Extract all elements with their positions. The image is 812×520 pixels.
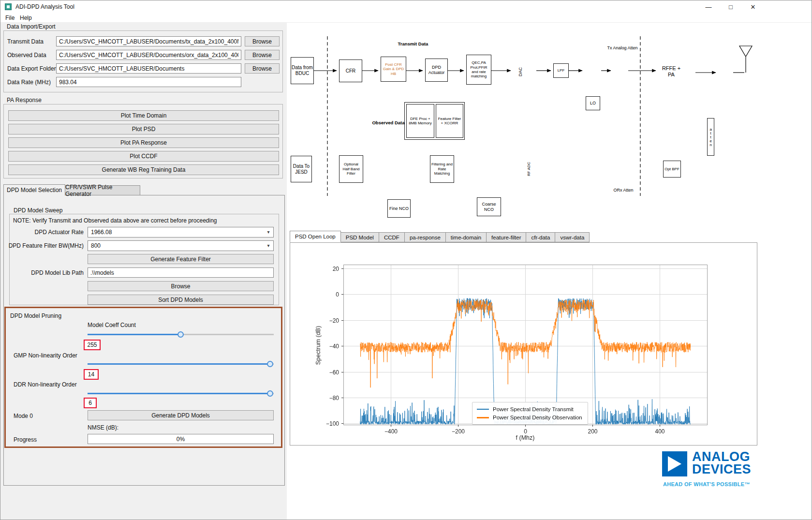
tab-time-domain[interactable]: time-domain (445, 232, 487, 242)
close-button[interactable]: ✕ (742, 0, 764, 14)
slider-fill (88, 393, 270, 394)
model-sweep-note: NOTE: Verify Transmit and Observed data … (13, 217, 217, 224)
node-opt-bpf: Opt BPF (663, 161, 681, 178)
observed-browse-button[interactable]: Browse (245, 50, 280, 60)
group-label-pa-response: PA Response (5, 97, 43, 104)
slider-thumb[interactable] (267, 361, 273, 367)
lib-path-label: DPD Model Lib Path (7, 269, 84, 276)
feature-bw-label: DPD Feature Filter BW(MHz) (7, 242, 84, 249)
transmit-data-flow-label: Transmit Data (394, 41, 432, 46)
feature-bw-value: 800 (91, 242, 101, 249)
chevron-down-icon[interactable]: ▾ (265, 228, 272, 236)
dpd-block-diagram: DAC RF ADC Data from BDUC CFR Post CFR G… (288, 23, 812, 231)
generate-dpd-models-button[interactable]: Generate DPD Models (88, 410, 274, 420)
tab-psd-model[interactable]: PSD Model (340, 232, 379, 242)
sort-dpd-models-button[interactable]: Sort DPD Models (88, 295, 274, 305)
tab-ccdf[interactable]: CCDF (379, 232, 405, 242)
group-label-import-export: Data Import/Export (5, 23, 57, 30)
menu-file[interactable]: File (3, 14, 16, 22)
antenna-icon (739, 46, 752, 57)
generate-feature-filter-button[interactable]: Generate Feature Filter (88, 254, 274, 264)
node-qec: QEC,PA Prot,PFIR and rate matching (466, 55, 491, 85)
observed-data-label: Observed Data (7, 52, 46, 59)
psd-plot-panel: Spectrum (dB) f (Mhz) Power Spectral Den… (290, 242, 757, 446)
menubar: File Help (0, 13, 812, 23)
logo-devices-text: DEVICES (692, 463, 751, 475)
ddr-order-label: DDR Non-linearity Order (14, 381, 77, 388)
observed-data-input[interactable] (56, 50, 241, 60)
plot-legend: Power Spectral Density Transmit Power Sp… (472, 402, 588, 425)
node-fine-nco: Fine NCO (387, 199, 411, 218)
tab-dpd-model-selection[interactable]: DPD Model Selection (3, 184, 65, 195)
tab-vswr-data[interactable]: vswr-data (555, 232, 590, 242)
actuator-rate-combo[interactable]: 1966.08 ▾ (88, 227, 274, 238)
app-window: ADI-DPD Analysis Tool — □ ✕ File Help Da… (0, 0, 812, 520)
window-title: ADI-DPD Analysis Tool (15, 3, 74, 10)
generate-wb-reg-button[interactable]: Generate WB Reg Training Data (8, 164, 279, 175)
plot-ccdf-button[interactable]: Plot CCDF (8, 151, 279, 162)
slider-thumb[interactable] (177, 331, 184, 338)
slider-fill (88, 334, 180, 335)
slider-fill (88, 363, 270, 365)
tab-psd-open-loop[interactable]: PSD Open Loop (290, 231, 341, 242)
gmp-order-label: GMP Non-linearity Order (14, 352, 77, 359)
adi-logo: ANALOG DEVICES AHEAD OF WHAT'S POSSIBLE™ (662, 449, 773, 494)
lib-path-input[interactable] (88, 267, 274, 278)
tab-cfr-vswr-pulse-generator[interactable]: CFR/VSWR Pulse Generator (65, 185, 140, 195)
export-folder-input[interactable] (56, 63, 241, 74)
plot-pa-response-button[interactable]: Plot PA Response (8, 137, 279, 148)
ddr-order-value[interactable]: 6 (84, 398, 97, 408)
data-rate-label: Data Rate (MHz) (7, 79, 51, 86)
feature-bw-combo[interactable]: 800 ▾ (88, 240, 274, 251)
tx-analog-atten-label: Tx Analog Atten (607, 45, 638, 51)
plot-psd-button[interactable]: Plot PSD (8, 124, 279, 134)
tab-pa-response[interactable]: pa-response (404, 232, 446, 242)
minimize-button[interactable]: — (697, 0, 720, 14)
coeff-count-value[interactable]: 255 (84, 340, 101, 350)
tab-cfr-data[interactable]: cfr-data (526, 232, 555, 242)
transmit-data-input[interactable] (56, 36, 241, 46)
maximize-button[interactable]: □ (720, 0, 742, 14)
node-cfr: CFR (339, 59, 362, 82)
node-atten: atten (707, 118, 714, 156)
menu-help[interactable]: Help (18, 14, 34, 22)
transmit-data-label: Transmit Data (7, 38, 44, 45)
x-axis-label: f (Mhz) (516, 434, 535, 441)
legend-item-transmit: Power Spectral Density Transmit (477, 405, 583, 414)
plot-time-domain-button[interactable]: Plot Time Domain (8, 110, 279, 121)
chevron-down-icon[interactable]: ▾ (265, 242, 272, 250)
export-browse-button[interactable]: Browse (245, 63, 280, 74)
block-diagram-svg: DAC RF ADC (288, 23, 812, 231)
observed-data-flow-label: Observed Data (368, 120, 409, 125)
data-rate-input[interactable] (56, 77, 241, 87)
y-axis-label: Spectrum (dB) (315, 326, 322, 365)
legend-item-observation: Power Spectral Density Observation (477, 414, 583, 422)
node-dpd-actuator: DPD Actuator (425, 59, 448, 82)
slider-thumb[interactable] (267, 390, 273, 397)
node-dfe-proc: DFE Proc + 8MB Memory (406, 104, 434, 138)
transmit-browse-button[interactable]: Browse (245, 36, 280, 46)
progress-label: Progress (14, 436, 37, 443)
node-filtering: Filtering and Rate Matching (430, 155, 454, 183)
progress-bar: 0% (88, 434, 274, 444)
ddr-order-slider[interactable] (88, 390, 274, 397)
lib-browse-button[interactable]: Browse (88, 281, 274, 291)
node-data-to-jesd: Data To JESD (291, 156, 312, 182)
node-post-cfr: Post CFR Gain & DPD HB (381, 57, 406, 82)
tab-feature-filter[interactable]: feature-filter (486, 232, 526, 242)
coeff-count-label: Model Coeff Count (88, 322, 136, 328)
gmp-order-slider[interactable] (88, 360, 274, 368)
coeff-count-slider[interactable] (88, 331, 274, 338)
rf-adc-label: RF ADC (527, 162, 531, 176)
logo-analog-text: ANALOG (692, 450, 751, 463)
mode-label: Mode 0 (14, 413, 33, 419)
rffe-pa-label: RFFE + PA (661, 65, 682, 78)
export-folder-label: Data Export Folder (7, 65, 56, 72)
orx-atten-label: ORx Atten (606, 188, 641, 193)
actuator-rate-label: DPD Actuator Rate (7, 229, 84, 236)
actuator-rate-value: 1966.08 (91, 229, 112, 236)
plot-tab-bar: PSD Open Loop PSD Model CCDF pa-response… (290, 231, 589, 242)
node-lo: LO (586, 96, 600, 110)
gmp-order-value[interactable]: 14 (84, 369, 99, 380)
app-icon (5, 3, 12, 10)
